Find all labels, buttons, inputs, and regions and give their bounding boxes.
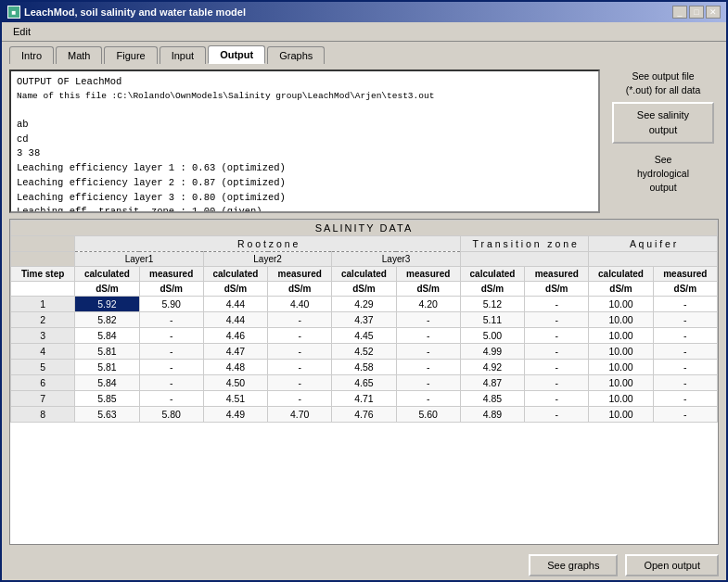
tab-graphs[interactable]: Graphs	[267, 46, 325, 64]
table-cell[interactable]: 10.00	[589, 297, 653, 312]
table-cell[interactable]: -	[139, 391, 203, 407]
table-cell[interactable]: -	[268, 360, 332, 375]
tab-output[interactable]: Output	[208, 45, 265, 64]
table-cell[interactable]: -	[268, 391, 332, 407]
table-cell[interactable]: 3	[11, 328, 75, 344]
table-cell[interactable]: 5.80	[139, 407, 203, 423]
table-cell[interactable]: -	[525, 375, 589, 391]
table-cell[interactable]: 5.84	[75, 375, 139, 391]
table-cell[interactable]: -	[139, 344, 203, 360]
table-cell[interactable]: 7	[11, 391, 75, 407]
table-cell[interactable]: 1	[11, 297, 75, 312]
table-cell[interactable]: -	[139, 312, 203, 328]
table-cell[interactable]: 5.82	[75, 312, 139, 328]
table-cell[interactable]: 4.44	[203, 297, 267, 312]
table-cell[interactable]: 4.99	[460, 344, 524, 360]
table-cell[interactable]: 2	[11, 312, 75, 328]
table-cell[interactable]: -	[525, 312, 589, 328]
table-row[interactable]: 15.925.904.444.404.294.205.12-10.00-	[11, 297, 718, 312]
table-cell[interactable]: 4.48	[203, 360, 267, 375]
table-cell[interactable]: 5.90	[139, 297, 203, 312]
table-cell[interactable]: 6	[11, 375, 75, 391]
table-cell[interactable]: 4	[11, 344, 75, 360]
table-cell[interactable]: -	[525, 360, 589, 375]
tab-math[interactable]: Math	[56, 46, 102, 64]
table-cell[interactable]: 4.70	[268, 407, 332, 423]
table-cell[interactable]: 5.11	[460, 312, 524, 328]
table-cell[interactable]: 4.50	[203, 375, 267, 391]
table-cell[interactable]: 4.58	[332, 360, 396, 375]
table-cell[interactable]: 4.37	[332, 312, 396, 328]
tab-input[interactable]: Input	[160, 46, 206, 64]
open-output-button[interactable]: Open output	[625, 554, 719, 576]
tab-figure[interactable]: Figure	[104, 46, 157, 64]
table-row[interactable]: 65.84-4.50-4.65-4.87-10.00-	[11, 375, 718, 391]
table-cell[interactable]: 4.87	[460, 375, 524, 391]
table-cell[interactable]: 4.20	[396, 297, 460, 312]
table-cell[interactable]: -	[653, 344, 717, 360]
table-row[interactable]: 85.635.804.494.704.765.604.89-10.00-	[11, 407, 718, 423]
table-cell[interactable]: 8	[11, 407, 75, 423]
table-cell[interactable]: 4.65	[332, 375, 396, 391]
table-cell[interactable]: -	[653, 297, 717, 312]
table-cell[interactable]: -	[653, 375, 717, 391]
table-cell[interactable]: -	[268, 312, 332, 328]
table-cell[interactable]: -	[396, 375, 460, 391]
table-cell[interactable]: 4.45	[332, 328, 396, 344]
table-cell[interactable]: 5.63	[75, 407, 139, 423]
table-cell[interactable]: -	[525, 391, 589, 407]
table-cell[interactable]: -	[139, 328, 203, 344]
table-cell[interactable]: -	[396, 344, 460, 360]
table-cell[interactable]: -	[268, 375, 332, 391]
table-cell[interactable]: -	[268, 328, 332, 344]
table-cell[interactable]: -	[525, 344, 589, 360]
table-cell[interactable]: 10.00	[589, 375, 653, 391]
table-cell[interactable]: -	[653, 360, 717, 375]
close-button[interactable]: ✕	[706, 6, 721, 19]
table-cell[interactable]: -	[525, 297, 589, 312]
table-cell[interactable]: 4.49	[203, 407, 267, 423]
table-cell[interactable]: 10.00	[589, 328, 653, 344]
table-cell[interactable]: 4.29	[332, 297, 396, 312]
table-cell[interactable]: 5.00	[460, 328, 524, 344]
table-cell[interactable]: 5.81	[75, 344, 139, 360]
table-cell[interactable]: 5	[11, 360, 75, 375]
menu-edit[interactable]: Edit	[7, 24, 36, 39]
see-graphs-button[interactable]: See graphs	[529, 554, 618, 576]
table-cell[interactable]: 10.00	[589, 407, 653, 423]
table-cell[interactable]: -	[396, 328, 460, 344]
table-cell[interactable]: -	[396, 391, 460, 407]
table-cell[interactable]: 4.92	[460, 360, 524, 375]
table-cell[interactable]: 4.52	[332, 344, 396, 360]
table-cell[interactable]: 4.44	[203, 312, 267, 328]
table-cell[interactable]: 10.00	[589, 360, 653, 375]
table-row[interactable]: 55.81-4.48-4.58-4.92-10.00-	[11, 360, 718, 375]
table-cell[interactable]: 4.51	[203, 391, 267, 407]
table-cell[interactable]: 4.40	[268, 297, 332, 312]
table-cell[interactable]: 4.71	[332, 391, 396, 407]
table-row[interactable]: 45.81-4.47-4.52-4.99-10.00-	[11, 344, 718, 360]
see-salinity-button[interactable]: See salinityoutput	[612, 102, 714, 144]
table-cell[interactable]: -	[268, 344, 332, 360]
table-cell[interactable]: 4.89	[460, 407, 524, 423]
tab-intro[interactable]: Intro	[9, 46, 54, 64]
table-cell[interactable]: 4.85	[460, 391, 524, 407]
table-cell[interactable]: -	[396, 312, 460, 328]
table-cell[interactable]: -	[653, 328, 717, 344]
table-cell[interactable]: 4.76	[332, 407, 396, 423]
minimize-button[interactable]: _	[672, 6, 687, 19]
maximize-button[interactable]: □	[689, 6, 704, 19]
table-cell[interactable]: 4.47	[203, 344, 267, 360]
table-cell[interactable]: 10.00	[589, 344, 653, 360]
table-cell[interactable]: 5.12	[460, 297, 524, 312]
table-cell[interactable]: -	[525, 407, 589, 423]
table-cell[interactable]: -	[525, 328, 589, 344]
table-cell[interactable]: -	[139, 375, 203, 391]
table-cell[interactable]: 5.85	[75, 391, 139, 407]
table-cell[interactable]: 10.00	[589, 312, 653, 328]
table-cell[interactable]: -	[396, 360, 460, 375]
table-cell[interactable]: -	[653, 407, 717, 423]
table-cell[interactable]: 5.81	[75, 360, 139, 375]
table-cell[interactable]: 5.60	[396, 407, 460, 423]
table-cell[interactable]: 5.92	[75, 297, 139, 312]
